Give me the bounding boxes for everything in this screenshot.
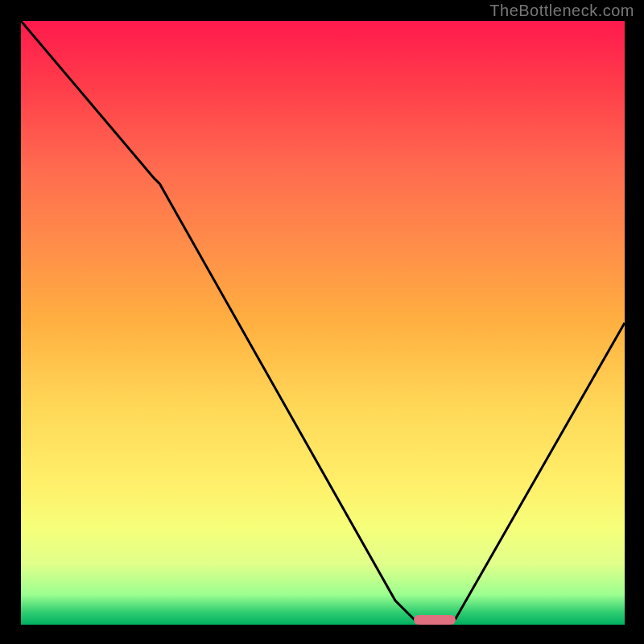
- plot-area: [21, 21, 625, 625]
- optimal-marker: [414, 615, 456, 625]
- chart-container: TheBottleneck.com: [0, 0, 644, 644]
- curve-svg: [21, 21, 625, 625]
- bottleneck-curve: [21, 21, 625, 625]
- watermark-text: TheBottleneck.com: [489, 2, 634, 20]
